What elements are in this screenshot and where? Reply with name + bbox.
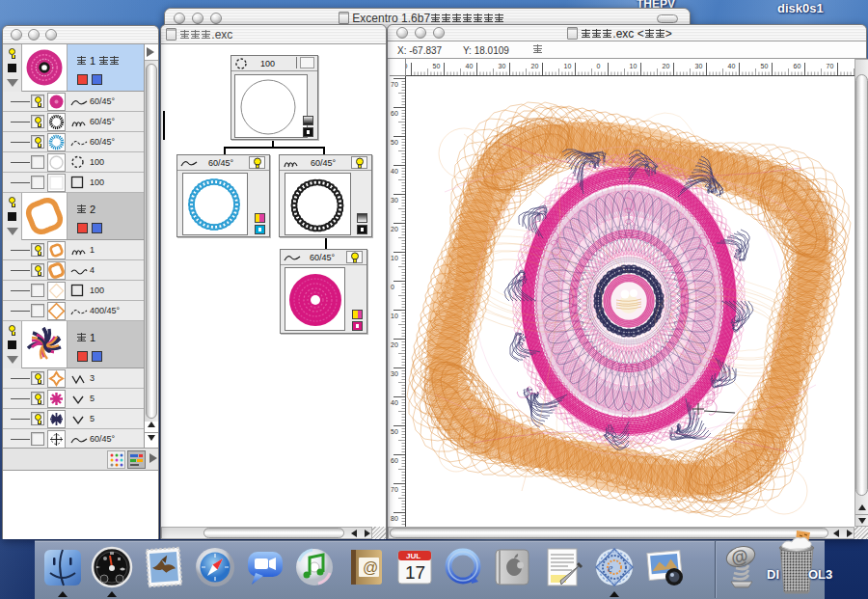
svg-text:0: 0	[391, 284, 394, 290]
svg-text:JUL: JUL	[406, 552, 420, 560]
svg-text:10: 10	[391, 313, 398, 319]
svg-text:70: 70	[391, 486, 398, 493]
svg-text:40: 40	[391, 168, 398, 175]
svg-text:10: 10	[391, 255, 398, 261]
svg-text:30: 30	[499, 63, 506, 69]
svg-text:60: 60	[391, 457, 398, 464]
svg-text:@: @	[363, 559, 378, 576]
svg-text:60: 60	[391, 110, 398, 117]
svg-text:50: 50	[391, 428, 398, 435]
svg-text:60: 60	[406, 63, 407, 69]
svg-text:30: 30	[391, 197, 398, 204]
svg-text:17: 17	[405, 562, 425, 583]
svg-text:20: 20	[391, 341, 398, 348]
svg-text:30: 30	[695, 63, 703, 69]
svg-text:70: 70	[827, 63, 834, 69]
svg-text:50: 50	[391, 139, 398, 146]
svg-text:50: 50	[761, 63, 769, 69]
svg-text:80: 80	[391, 515, 398, 522]
svg-text:60: 60	[794, 63, 801, 69]
svg-text:0: 0	[597, 63, 601, 69]
svg-text:e: e	[608, 561, 613, 575]
svg-text:20: 20	[531, 63, 539, 69]
svg-text:10: 10	[564, 63, 572, 69]
svg-text:70: 70	[391, 81, 398, 88]
svg-text:50: 50	[433, 63, 441, 69]
svg-text:10: 10	[630, 63, 637, 69]
svg-text:40: 40	[391, 399, 398, 406]
svg-text:20: 20	[663, 63, 670, 69]
svg-text:30: 30	[391, 370, 398, 377]
svg-text:40: 40	[728, 63, 736, 69]
svg-text:20: 20	[391, 226, 398, 232]
svg-text:40: 40	[466, 63, 474, 69]
